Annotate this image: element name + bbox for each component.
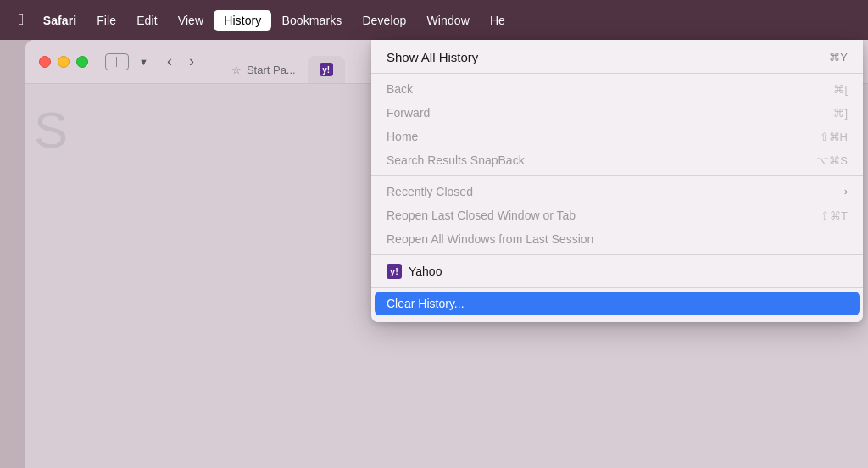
separator-1 xyxy=(371,73,863,74)
apple-menu[interactable]:  xyxy=(10,8,33,32)
traffic-lights xyxy=(39,56,88,68)
reopen-last-shortcut: ⇧⌘T xyxy=(821,209,848,222)
minimize-button[interactable] xyxy=(58,56,70,68)
yahoo-favicon-menu: y! xyxy=(387,264,402,279)
reopen-all-item: Reopen All Windows from Last Session xyxy=(371,227,863,251)
home-label: Home xyxy=(387,130,418,143)
show-all-history-item[interactable]: Show All History ⌘Y xyxy=(371,45,863,70)
show-all-history-label: Show All History xyxy=(387,50,478,64)
forward-history-item: Forward ⌘] xyxy=(371,101,863,125)
back-history-item: Back ⌘[ xyxy=(371,77,863,101)
tab-label-start: Start Pa... xyxy=(247,64,296,76)
reopen-last-item: Reopen Last Closed Window or Tab ⇧⌘T xyxy=(371,203,863,227)
separator-3 xyxy=(371,254,863,255)
yahoo-item-left: y! Yahoo xyxy=(387,264,442,279)
yahoo-favicon-tab: y! xyxy=(320,63,333,76)
back-button[interactable]: ‹ xyxy=(162,51,177,72)
bookmarks-menu[interactable]: Bookmarks xyxy=(271,10,352,31)
recently-closed-label: Recently Closed xyxy=(387,185,473,198)
sidebar-toggle-button[interactable] xyxy=(105,53,129,70)
menubar:  Safari File Edit View History Bookmark… xyxy=(0,0,868,40)
yahoo-history-item[interactable]: y! Yahoo xyxy=(371,259,863,284)
tab-yahoo[interactable]: y! xyxy=(308,56,345,83)
home-history-item: Home ⇧⌘H xyxy=(371,125,863,148)
nav-buttons: ‹ › xyxy=(162,51,199,72)
snapback-item: Search Results SnapBack ⌥⌘S xyxy=(371,148,863,172)
tabs-area: ☆ Start Pa... y! xyxy=(220,40,345,83)
back-label: Back xyxy=(387,82,413,96)
reopen-last-label: Reopen Last Closed Window or Tab xyxy=(387,209,576,222)
edit-menu[interactable]: Edit xyxy=(126,10,168,31)
tab-start-page[interactable]: ☆ Start Pa... xyxy=(220,56,308,83)
safari-menu[interactable]: Safari xyxy=(33,10,87,31)
clear-history-item[interactable]: Clear History... xyxy=(375,292,860,315)
recently-closed-item[interactable]: Recently Closed › xyxy=(371,180,863,203)
yahoo-label: Yahoo xyxy=(409,265,442,278)
reopen-all-label: Reopen All Windows from Last Session xyxy=(387,232,593,246)
help-menu[interactable]: He xyxy=(480,10,515,31)
sidebar-dropdown-arrow[interactable]: ▼ xyxy=(139,57,148,67)
develop-menu[interactable]: Develop xyxy=(352,10,416,31)
history-dropdown-menu: Show All History ⌘Y Back ⌘[ Forward ⌘] H… xyxy=(371,40,863,322)
home-shortcut: ⇧⌘H xyxy=(820,131,848,143)
back-shortcut: ⌘[ xyxy=(833,83,848,96)
file-menu[interactable]: File xyxy=(86,10,126,31)
snapback-label: Search Results SnapBack xyxy=(387,153,525,167)
show-all-history-shortcut: ⌘Y xyxy=(829,51,848,64)
snapback-shortcut: ⌥⌘S xyxy=(816,154,848,167)
separator-2 xyxy=(371,176,863,176)
window-menu[interactable]: Window xyxy=(416,10,479,31)
view-menu[interactable]: View xyxy=(168,10,214,31)
recently-closed-chevron: › xyxy=(844,186,848,198)
clear-history-label: Clear History... xyxy=(387,297,465,310)
sidebar-toggle-icon xyxy=(110,57,117,67)
close-button[interactable] xyxy=(39,56,51,68)
forward-button[interactable]: › xyxy=(184,51,199,72)
separator-4 xyxy=(371,287,863,288)
star-icon: ☆ xyxy=(231,64,242,76)
history-menu-trigger[interactable]: History xyxy=(214,10,271,31)
fullscreen-button[interactable] xyxy=(76,56,88,68)
forward-label: Forward xyxy=(387,106,430,120)
forward-shortcut: ⌘] xyxy=(833,107,848,120)
